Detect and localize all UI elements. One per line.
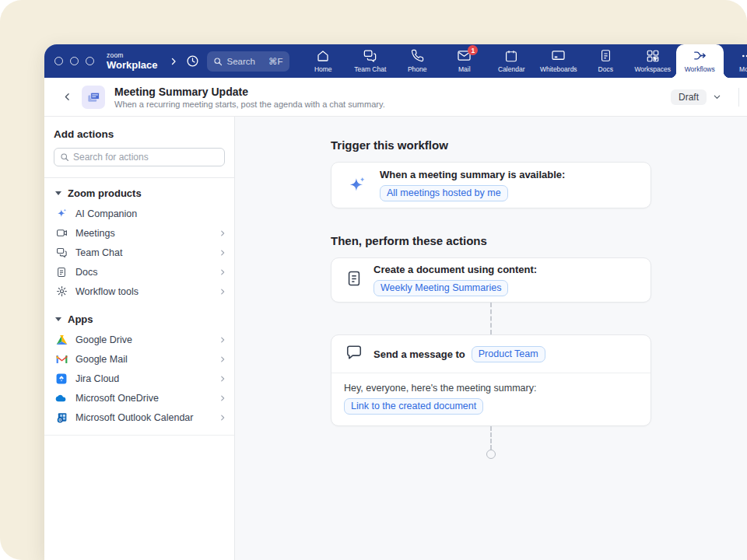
onedrive-icon: [55, 392, 68, 404]
workflow-title: Meeting Summary Update: [114, 86, 385, 98]
send-message-title: Send a message to: [374, 348, 465, 360]
sidebar-item-meetings[interactable]: Meetings: [44, 223, 234, 243]
zoom-workplace-logo: zoom Workplace: [107, 52, 158, 70]
message-bubble-icon: [345, 344, 363, 364]
search-placeholder-text: Search: [227, 57, 264, 66]
status-badge: Draft: [671, 89, 707, 105]
ai-companion-icon: [345, 175, 369, 195]
home-icon: [316, 48, 330, 63]
workflow-connector: [490, 426, 492, 450]
trigger-card-title: When a meeting summary is available:: [380, 169, 565, 180]
team-chat-icon: [363, 48, 377, 63]
search-shortcut-hint: ⌘F: [268, 56, 283, 67]
window-maximize-button[interactable]: [86, 57, 94, 65]
caret-down-icon: [55, 317, 61, 321]
chevron-right-icon: [219, 394, 226, 402]
whiteboards-icon: [551, 48, 566, 63]
nav-item-docs[interactable]: Docs: [582, 44, 630, 78]
window-close-button[interactable]: [54, 57, 63, 65]
sidebar-item-team-chat[interactable]: Team Chat: [44, 243, 234, 262]
actions-search-input[interactable]: [73, 152, 219, 163]
workflow-emoji-icon: [82, 86, 105, 109]
sidebar-item-microsoft-onedrive[interactable]: Microsoft OneDrive: [44, 388, 234, 408]
workflow-end-node[interactable]: [486, 450, 496, 459]
gear-icon: [55, 285, 68, 298]
zoom-workplace-window: zoom Workplace Search ⌘F Home: [44, 44, 747, 560]
chevron-right-icon: [219, 288, 226, 296]
nav-item-phone[interactable]: Phone: [394, 44, 441, 78]
outlook-calendar-icon: O: [55, 411, 68, 424]
message-recipient-pill[interactable]: Product Team: [472, 346, 545, 362]
section-zoom-products[interactable]: Zoom products: [44, 178, 234, 204]
trigger-card[interactable]: When a meeting summary is available: All…: [331, 162, 651, 208]
sidebar-item-docs[interactable]: Docs: [44, 262, 234, 282]
nav-item-mail[interactable]: 1 Mail: [441, 44, 489, 78]
trigger-scope-pill[interactable]: All meetings hosted by me: [380, 185, 508, 201]
meetings-icon: [55, 227, 68, 240]
calendar-icon: [504, 48, 518, 63]
chevron-right-icon: [219, 268, 226, 276]
search-icon: [60, 152, 69, 162]
docs-icon: [55, 266, 68, 278]
create-document-card[interactable]: Create a document using content: Weekly …: [331, 257, 651, 303]
create-document-title: Create a document using content:: [374, 264, 537, 275]
jira-icon: [55, 373, 68, 385]
workflow-subtitle: When a recurring meeting starts, post th…: [114, 100, 385, 109]
top-navbar: zoom Workplace Search ⌘F Home: [44, 44, 747, 78]
window-minimize-button[interactable]: [70, 57, 79, 65]
chevron-right-icon[interactable]: [169, 57, 178, 66]
chevron-right-icon: [219, 355, 226, 363]
chevron-right-icon: [219, 229, 226, 237]
chevron-left-icon: [62, 92, 72, 102]
workspaces-icon: [646, 48, 660, 63]
history-icon[interactable]: [186, 54, 199, 68]
message-link-pill[interactable]: Link to the created document: [344, 398, 483, 415]
nav-item-team-chat[interactable]: Team Chat: [347, 44, 395, 78]
gmail-icon: [55, 353, 68, 366]
chevron-right-icon: [219, 414, 226, 422]
nav-item-calendar[interactable]: Calendar: [488, 44, 535, 78]
sidebar-item-jira-cloud[interactable]: Jira Cloud: [44, 369, 234, 388]
actions-search-box[interactable]: [54, 148, 225, 166]
document-icon: [345, 270, 363, 290]
search-icon: [213, 57, 223, 66]
chevron-right-icon: [219, 249, 226, 257]
ai-companion-icon: [55, 208, 68, 220]
phone-icon: [411, 48, 424, 63]
svg-text:O: O: [58, 418, 61, 422]
logo-workplace-text: Workplace: [107, 60, 158, 70]
more-icon: [741, 48, 747, 63]
window-controls[interactable]: [54, 57, 94, 65]
mail-unread-badge: 1: [468, 45, 478, 55]
header-divider: [738, 88, 739, 107]
docs-icon: [599, 48, 612, 63]
workflow-connector: [490, 303, 492, 334]
caret-down-icon: [55, 191, 61, 195]
actions-heading: Then, perform these actions: [331, 234, 651, 247]
sidebar-item-microsoft-outlook-calendar[interactable]: O Microsoft Outlook Calendar: [44, 408, 234, 427]
nav-item-more[interactable]: More: [724, 44, 747, 78]
nav-item-workspaces[interactable]: Workspaces: [630, 44, 677, 78]
sidebar-item-workflow-tools[interactable]: Workflow tools: [44, 282, 234, 301]
sidebar-item-ai-companion[interactable]: AI Companion: [44, 204, 234, 223]
document-content-pill[interactable]: Weekly Meeting Summaries: [374, 280, 508, 296]
chevron-right-icon: [219, 375, 226, 383]
nav-item-workflows[interactable]: Workflows: [676, 44, 724, 78]
google-drive-icon: [55, 334, 68, 346]
workflow-header: Meeting Summary Update When a recurring …: [44, 78, 747, 117]
add-actions-sidebar: Add actions Zoom products AI Companion M…: [44, 117, 235, 560]
send-message-card[interactable]: Send a message to Product Team Hey, ever…: [331, 334, 651, 426]
workflows-icon: [693, 48, 707, 63]
back-button[interactable]: [58, 89, 75, 106]
team-chat-icon: [55, 247, 68, 259]
chevron-right-icon: [219, 336, 226, 344]
nav-item-home[interactable]: Home: [300, 44, 347, 78]
global-search-input[interactable]: Search ⌘F: [207, 51, 289, 72]
sidebar-item-google-mail[interactable]: Google Mail: [44, 349, 234, 369]
logo-zoom-text: zoom: [107, 52, 158, 59]
sidebar-item-google-drive[interactable]: Google Drive: [44, 330, 234, 349]
mail-icon: 1: [457, 48, 472, 63]
chevron-down-icon[interactable]: [713, 93, 721, 101]
nav-item-whiteboards[interactable]: Whiteboards: [535, 44, 583, 78]
section-apps[interactable]: Apps: [44, 301, 234, 330]
